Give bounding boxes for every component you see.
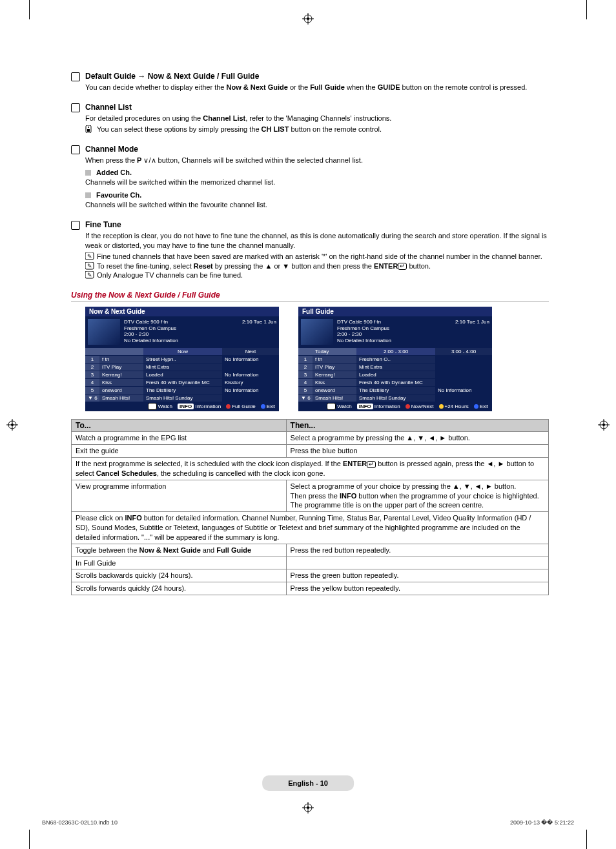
registration-mark-icon	[302, 13, 314, 25]
svg-text:✎: ✎	[87, 263, 92, 269]
guide-row: 1f tnFreshmen O..	[298, 355, 492, 363]
svg-text:✎: ✎	[87, 272, 92, 278]
body-text: When press the P ∨/∧ button, Channels wi…	[85, 156, 549, 165]
sub-item-favourite-ch: Favourite Ch.	[85, 191, 549, 199]
guide-row: 3Kerrang!LoadedNo Information	[85, 371, 279, 378]
body-text: For detailed procedures on using the Cha…	[85, 114, 549, 123]
preview-thumb	[301, 319, 333, 345]
body-text: You can decide whether to display either…	[85, 83, 549, 92]
body-text: Channels will be switched within the mem…	[85, 178, 549, 187]
guide-row: 2ITV PlayMint Extra	[85, 363, 279, 371]
registration-mark-icon	[598, 419, 610, 431]
guide-row: 4KissFresh 40 with Dynamite MCKisstory	[85, 378, 279, 386]
info-note-icon: ✎	[85, 262, 94, 270]
info-note-icon: ✎	[85, 252, 94, 260]
svg-point-11	[602, 424, 605, 426]
section-title: Channel List	[85, 103, 132, 112]
note-line: ✎ Only Analogue TV channels can be fine …	[85, 271, 549, 280]
section-default-guide: Default Guide → Now & Next Guide / Full …	[71, 72, 549, 81]
section-bullet-icon	[71, 103, 80, 112]
preview-thumb	[88, 319, 120, 345]
section-title: Fine Tune	[85, 220, 121, 229]
instruction-table: To... Then... Watch a programme in the E…	[71, 419, 549, 595]
section-title: Channel Mode	[85, 145, 138, 154]
section-bullet-icon	[71, 221, 80, 230]
info-note-icon: ✎	[85, 271, 94, 279]
svg-point-15	[307, 806, 309, 809]
guide-row: 5onewordThe DistilleryNo Information	[85, 386, 279, 394]
guide-row: 5onewordThe DistilleryNo Information	[298, 386, 492, 394]
section-bullet-icon	[71, 145, 80, 154]
enter-icon: ↵	[367, 461, 376, 468]
grey-bullet-icon	[85, 192, 91, 198]
footer-left: BN68-02363C-02L10.indb 10	[42, 819, 118, 826]
guide-row: 1f tnStreet Hypn..No Information	[85, 355, 279, 363]
section-bullet-icon	[71, 72, 80, 81]
guide-row: ▼ 6Smash Hits!Smash Hits! Sunday	[85, 394, 279, 402]
note-line: ✎ Fine tuned channels that have been sav…	[85, 252, 549, 261]
table-header-to: To...	[72, 420, 287, 432]
svg-text:✎: ✎	[87, 253, 92, 260]
registration-mark-icon	[302, 802, 314, 813]
full-guide-screenshot: Full Guide DTV Cable 900 f tn Freshmen O…	[298, 307, 492, 411]
using-heading: Using the Now & Next Guide / Full Guide	[71, 291, 549, 302]
svg-point-17	[88, 127, 89, 128]
note-line: ✎ To reset the fine-tuning, select Reset…	[85, 261, 549, 271]
svg-point-7	[11, 424, 14, 426]
grey-bullet-icon	[85, 170, 91, 176]
now-next-guide-screenshot: Now & Next Guide DTV Cable 900 f tn Fres…	[85, 307, 279, 411]
body-text: If the reception is clear, you do not ha…	[85, 231, 549, 251]
page-footer-label: English - 10	[262, 775, 354, 791]
footer-right: 2009-10-13 �� 5:21:22	[510, 819, 574, 826]
guide-row: 3Kerrang!Loaded	[298, 371, 492, 378]
section-title: Default Guide → Now & Next Guide / Full …	[85, 72, 259, 81]
guide-row: 2ITV PlayMint Extra	[298, 363, 492, 371]
guide-row: ▼ 6Smash Hits!Smash Hits! Sunday	[298, 394, 492, 402]
body-text: Channels will be switched within the fav…	[85, 200, 549, 210]
guide-row: 4KissFresh 40 with Dynamite MC	[298, 378, 492, 386]
section-channel-mode: Channel Mode	[71, 145, 549, 154]
table-header-then: Then...	[286, 420, 548, 432]
enter-icon: ↵	[398, 263, 407, 270]
svg-rect-18	[87, 129, 90, 132]
svg-point-3	[307, 17, 309, 20]
registration-mark-icon	[6, 419, 18, 431]
sub-item-added-ch: Added Ch.	[85, 169, 549, 176]
note-line: You can select these options by simply p…	[85, 125, 549, 134]
section-fine-tune: Fine Tune	[71, 220, 549, 230]
remote-note-icon	[85, 125, 94, 133]
section-channel-list: Channel List	[71, 103, 549, 112]
